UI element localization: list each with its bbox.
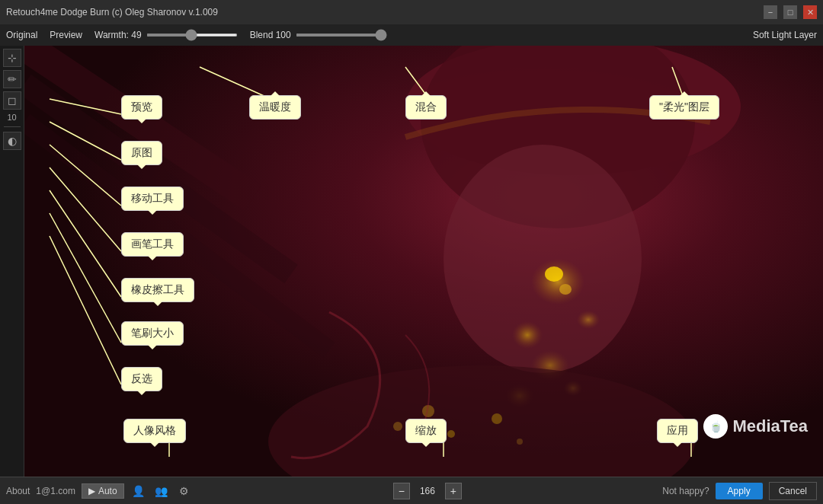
svg-point-4: [531, 259, 584, 305]
svg-point-20: [559, 284, 572, 295]
svg-point-18: [517, 439, 523, 445]
tooltip-preview: 预览: [121, 95, 162, 120]
app-title: Retouch4me Dodge Burn (c) Oleg Sharonov …: [6, 7, 218, 18]
about-link[interactable]: About: [6, 486, 30, 496]
title-bar: Retouch4me Dodge Burn (c) Oleg Sharonov …: [0, 0, 823, 24]
tooltip-apply: 应用: [657, 419, 698, 443]
tooltip-portrait-style: 人像风格: [123, 419, 186, 443]
zoom-in-button[interactable]: +: [445, 483, 462, 499]
eraser-icon[interactable]: ◻: [3, 91, 21, 110]
toolbar: Original Preview Warmth: 49 Blend 100 So…: [0, 24, 823, 46]
tooltip-eraser-tool: 橡皮擦工具: [121, 278, 194, 302]
warmth-label: Warmth: 49: [94, 30, 142, 40]
email-link[interactable]: 1@1.com: [36, 486, 75, 496]
auto-icon: ▶: [88, 486, 95, 496]
soft-light-label[interactable]: Soft Light Layer: [753, 30, 817, 40]
tooltip-soft-light: "柔光"图层: [649, 95, 719, 120]
blend-control: Blend 100: [250, 30, 387, 40]
blend-slider[interactable]: [296, 33, 387, 37]
canvas-area[interactable]: 预览 原图 移动工具 画笔工具 橡皮擦工具 笔刷大小 反选 温暖度: [24, 46, 823, 477]
tooltip-original: 原图: [121, 141, 162, 165]
original-button[interactable]: Original: [6, 30, 37, 40]
minimize-button[interactable]: −: [764, 5, 777, 19]
zoom-value: 166: [416, 486, 439, 496]
zoom-out-button[interactable]: −: [393, 483, 410, 499]
brush-size-value: 10: [7, 113, 16, 122]
svg-point-3: [444, 145, 642, 373]
left-sidebar: ⊹ ✏ ◻ 10 ◐: [0, 46, 24, 477]
close-button[interactable]: ✕: [803, 5, 817, 19]
move-icon[interactable]: ⊹: [3, 49, 21, 67]
preview-button[interactable]: Preview: [50, 30, 82, 40]
watermark-text: MediaTea: [732, 416, 808, 436]
contrast-icon[interactable]: ◐: [3, 132, 21, 150]
zoom-controls: − 166 +: [393, 483, 462, 499]
bottom-bar: About 1@1.com ▶ Auto 👤 👥 ⚙ − 166 + Not h…: [0, 477, 823, 504]
person-icon-button[interactable]: 👤: [130, 483, 147, 499]
apply-button[interactable]: Apply: [716, 483, 763, 499]
auto-button[interactable]: ▶ Auto: [82, 483, 124, 499]
tooltip-zoom: 缩放: [405, 419, 447, 443]
sidebar-divider: [4, 126, 21, 127]
tooltip-warmth: 温暖度: [249, 95, 301, 120]
tooltip-invert: 反选: [121, 367, 162, 391]
svg-point-17: [492, 413, 502, 424]
warmth-slider[interactable]: [146, 33, 238, 37]
warmth-control: Warmth: 49: [94, 30, 238, 40]
main-area: ⊹ ✏ ◻ 10 ◐: [0, 46, 823, 477]
window-controls: − □ ✕: [764, 5, 817, 19]
svg-point-16: [393, 422, 402, 431]
watermark: 🍵 MediaTea: [703, 414, 808, 439]
brush-icon[interactable]: ✏: [3, 70, 21, 88]
tooltip-blend: 混合: [405, 95, 447, 120]
maximize-button[interactable]: □: [783, 5, 797, 19]
blend-label: Blend 100: [250, 30, 291, 40]
tooltip-brush-tool: 画笔工具: [121, 232, 184, 257]
add-person-icon-button[interactable]: 👥: [153, 483, 170, 499]
svg-point-19: [545, 266, 563, 282]
svg-point-6: [577, 311, 600, 329]
cancel-button[interactable]: Cancel: [769, 482, 817, 500]
not-happy-label: Not happy?: [662, 486, 709, 496]
tooltip-brush-size: 笔刷大小: [121, 321, 184, 346]
watermark-icon: 🍵: [703, 414, 728, 439]
svg-point-5: [512, 321, 543, 349]
settings-icon-button[interactable]: ⚙: [176, 483, 193, 499]
svg-point-15: [447, 430, 455, 438]
tooltip-move-tool: 移动工具: [121, 187, 184, 211]
